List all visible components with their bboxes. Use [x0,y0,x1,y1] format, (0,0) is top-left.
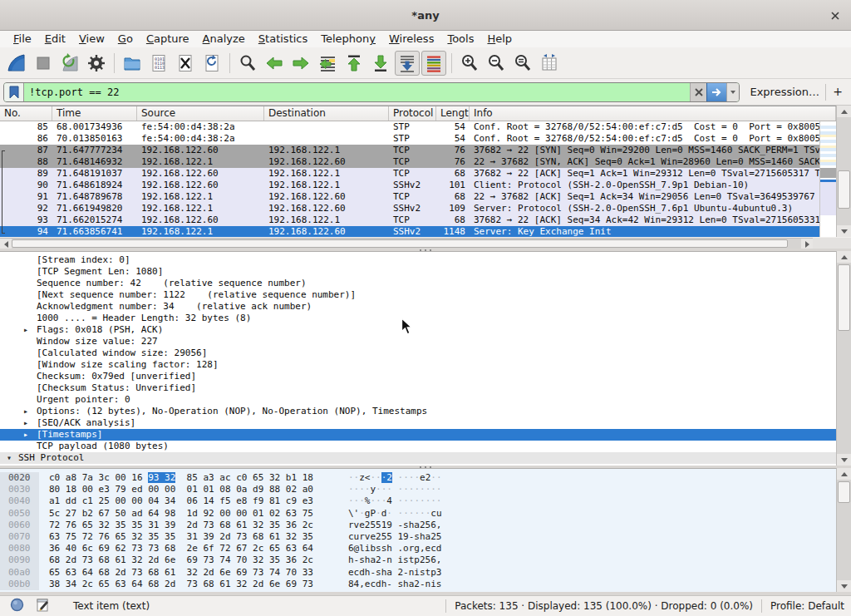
detail-line[interactable]: ▾SSH Protocol [0,452,836,464]
expand-arrow-icon[interactable]: ▸ [23,429,28,441]
detail-line[interactable]: [Calculated window size: 29056] [0,347,836,359]
go-to-packet-button[interactable] [315,51,340,76]
detail-line[interactable]: TCP payload (1080 bytes) [0,441,836,452]
hex-bytes[interactable]: 63 75 72 76 65 32 35 35 31 39 2d 73 68 6… [49,531,313,543]
packet-list-minimap[interactable] [819,121,836,237]
stop-capture-button[interactable] [31,51,56,76]
packet-row-90[interactable]: 9071.648618924192.168.122.60192.168.122.… [0,180,819,191]
menu-analyze[interactable]: Analyze [196,31,252,47]
column-header-protocol[interactable]: Protocol [389,106,436,121]
hex-row-0030[interactable]: 003080 18 00 e3 79 ed 00 00 01 01 08 0a … [0,484,836,495]
hex-bytes[interactable]: 38 34 2c 65 63 64 68 2d 73 68 61 32 2d 6… [49,579,313,590]
hex-ascii[interactable]: ··z<···2 ····e2·· [348,472,442,484]
filter-bookmark-button[interactable] [4,83,24,101]
scrollbar-thumb[interactable] [12,239,788,248]
column-header-length[interactable]: Length [436,106,470,121]
menu-go[interactable]: Go [111,31,140,47]
hex-bytes[interactable]: 5c 27 b2 67 50 ad 64 98 1d 92 00 00 01 0… [49,508,313,520]
start-capture-button[interactable] [4,51,29,76]
hex-bytes[interactable]: 65 63 64 68 2d 73 68 61 32 2d 6e 69 73 7… [49,567,313,579]
expert-info-button[interactable] [10,598,24,614]
detail-line[interactable]: Acknowledgment number: 34 (relative ack … [0,301,836,313]
zoom-in-button[interactable] [457,51,482,76]
go-to-last-packet-button[interactable] [368,51,393,76]
detail-line[interactable]: ▸[Timestamps] [0,429,836,441]
packet-row-85[interactable]: 8568.001734936fe:54:00:d4:38:2aSTP54Conf… [0,121,819,133]
packet-row-88[interactable]: 8871.648146932192.168.122.1192.168.122.6… [0,156,819,168]
packet-row-92[interactable]: 9271.661949820192.168.122.1192.168.122.6… [0,203,819,214]
menu-capture[interactable]: Capture [140,31,196,47]
filter-history-dropdown[interactable] [726,83,739,101]
packet-row-86[interactable]: 8670.013850163fe:54:00:d4:38:2aSTP54Conf… [0,133,819,145]
scroll-up-button[interactable] [837,251,851,263]
column-header-destination[interactable]: Destination [264,106,389,121]
detail-line[interactable]: [Next sequence number: 1122 (relative se… [0,289,836,301]
menu-help[interactable]: Help [480,31,519,47]
go-forward-button[interactable] [288,51,313,76]
detail-line[interactable]: [TCP Segment Len: 1080] [0,266,836,278]
capture-options-button[interactable] [84,51,109,76]
hex-ascii[interactable]: ···%···4 ········ [348,495,442,507]
detail-line[interactable]: ▸Flags: 0x018 (PSH, ACK) [0,324,836,336]
packet-list-vscrollbar[interactable] [836,106,851,237]
detail-line[interactable]: [Checksum Status: Unverified] [0,382,836,394]
detail-line[interactable]: [Window size scaling factor: 128] [0,359,836,371]
filter-clear-button[interactable] [690,83,706,101]
packet-row-89[interactable]: 8971.648191037192.168.122.60192.168.122.… [0,168,819,180]
expand-arrow-icon[interactable]: ▸ [23,406,28,417]
scroll-down-button[interactable] [837,225,851,237]
zoom-out-button[interactable] [484,51,509,76]
go-back-button[interactable] [262,51,287,76]
packet-row-91[interactable]: 9171.648789678192.168.122.1192.168.122.6… [0,191,819,203]
scrollbar-thumb[interactable] [838,481,850,503]
expand-arrow-icon[interactable]: ▸ [23,324,28,336]
column-header-source[interactable]: Source [137,106,264,121]
packet-row-94[interactable]: 9471.663856741192.168.122.1192.168.122.6… [0,226,819,237]
hex-row-0090[interactable]: 009068 2d 73 68 61 32 2d 6e 69 73 74 70 … [0,554,836,566]
column-header-info[interactable]: Info [470,106,836,121]
detail-line[interactable]: Window size value: 227 [0,336,836,347]
close-capture-file-button[interactable] [173,51,198,76]
zoom-normal-button[interactable] [510,51,535,76]
hex-ascii[interactable]: curve255 19-sha25 [348,531,442,543]
detail-line[interactable]: Urgent pointer: 0 [0,394,836,406]
hex-row-00a0[interactable]: 00a065 63 64 68 2d 73 68 61 32 2d 6e 69 … [0,567,836,579]
hex-ascii[interactable]: rve25519 -sha256, [348,520,442,531]
profile-button[interactable]: Profile: Default [770,600,844,612]
menu-view[interactable]: View [72,31,111,47]
column-header-no[interactable]: No. [0,106,52,121]
titlebar[interactable]: *any [0,0,851,31]
open-capture-file-button[interactable] [120,51,145,76]
restart-capture-button[interactable] [57,51,82,76]
close-window-button[interactable] [828,8,843,23]
packet-row-87[interactable]: 8771.647777234192.168.122.60192.168.122.… [0,145,819,156]
scroll-up-button[interactable] [837,106,851,117]
hex-row-0050[interactable]: 00505c 27 b2 67 50 ad 64 98 1d 92 00 00 … [0,508,836,520]
packet-row-93[interactable]: 9371.662015274192.168.122.60192.168.122.… [0,214,819,226]
detail-line[interactable]: Sequence number: 42 (relative sequence n… [0,278,836,289]
expression-button[interactable]: Expression… [750,86,819,98]
detail-line[interactable]: [Stream index: 0] [0,254,836,266]
menu-file[interactable]: File [7,31,38,47]
hex-row-0080[interactable]: 008036 40 6c 69 62 73 73 68 2e 6f 72 67 … [0,543,836,554]
hex-ascii[interactable]: h-sha2-n istp256, [348,554,442,566]
hex-bytes[interactable]: 80 18 00 e3 79 ed 00 00 01 01 08 0a d9 8… [49,484,313,495]
hex-ascii[interactable]: 84,ecdh- sha2-nis [348,579,442,590]
menu-edit[interactable]: Edit [38,31,72,47]
hex-row-0060[interactable]: 006072 76 65 32 35 35 31 39 2d 73 68 61 … [0,520,836,531]
hex-row-0020[interactable]: 0020c0 a8 7a 3c 00 16 93 32 85 a3 ac c0 … [0,472,836,484]
resize-columns-button[interactable] [537,51,562,76]
filter-apply-button[interactable] [706,83,726,101]
hex-ascii[interactable]: ecdh-sha 2-nistp3 [348,567,442,579]
hex-ascii[interactable]: \'·gP·d· ······cu [348,508,442,520]
scrollbar-thumb[interactable] [838,264,850,331]
add-filter-button[interactable]: + [833,85,843,98]
hex-bytes[interactable]: a1 dd c1 25 00 00 04 34 06 14 f5 e8 f9 8… [49,495,313,507]
menu-tools[interactable]: Tools [440,31,480,47]
packet-list-hscrollbar[interactable] [0,238,813,249]
hex-row-0070[interactable]: 007063 75 72 76 65 32 35 35 31 39 2d 73 … [0,531,836,543]
expand-arrow-icon[interactable]: ▸ [23,417,28,429]
bytes-vscrollbar[interactable] [836,468,851,592]
display-filter-input[interactable] [24,83,690,101]
menu-telephony[interactable]: Telephony [314,31,382,47]
